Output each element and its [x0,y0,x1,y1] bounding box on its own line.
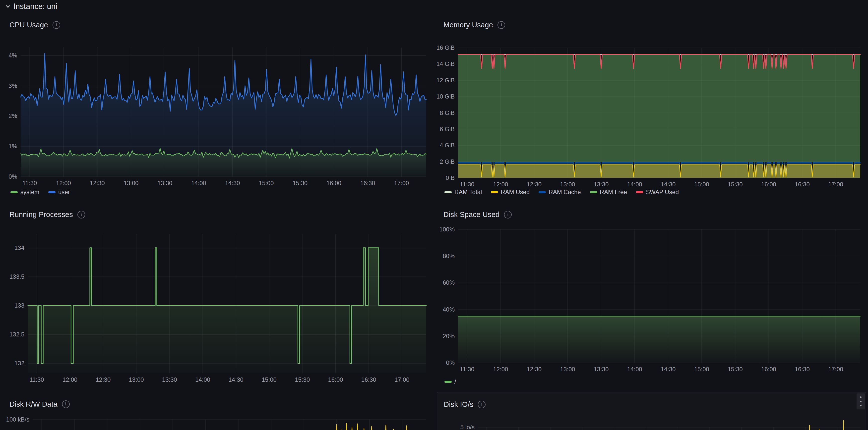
svg-text:12:00: 12:00 [493,181,508,188]
svg-text:12 GiB: 12 GiB [437,77,455,84]
disk-io-chart[interactable]: 11:3012:0012:3013:0013:3014:0014:3015:00… [437,392,866,430]
info-icon[interactable]: i [478,401,486,408]
legend-swatch [48,191,56,193]
svg-text:14:00: 14:00 [627,366,642,372]
svg-text:15:00: 15:00 [694,366,709,372]
legend-swatch [10,191,18,193]
svg-text:60%: 60% [443,279,455,286]
legend-item-system[interactable]: system [10,189,39,196]
info-icon[interactable]: i [62,400,70,408]
svg-text:132.5: 132.5 [9,331,24,338]
svg-text:13:00: 13:00 [129,376,144,383]
legend-swatch [444,191,452,193]
panel-title-disk-space-used[interactable]: Disk Space Used [443,210,499,219]
svg-text:4 GiB: 4 GiB [440,142,455,148]
legend-item-ram-total[interactable]: RAM Total [444,189,482,196]
panel-title-running-processes[interactable]: Running Processes [9,210,73,219]
svg-text:13:00: 13:00 [124,180,138,187]
panel-title-disk-io[interactable]: Disk IO/s [444,400,473,408]
svg-text:16:30: 16:30 [361,376,376,383]
legend-item-swap-used[interactable]: SWAP Used [636,189,679,196]
legend-item-ram-used[interactable]: RAM Used [491,189,530,196]
svg-text:0%: 0% [8,173,17,180]
svg-text:12:30: 12:30 [527,181,541,188]
cpu-legend: systemuser [3,188,433,197]
svg-text:15:30: 15:30 [295,376,310,383]
info-icon[interactable]: i [504,211,512,219]
svg-text:133.5: 133.5 [9,273,24,280]
svg-text:3%: 3% [8,82,17,89]
svg-text:6 GiB: 6 GiB [440,126,455,132]
legend-item-ram-cache[interactable]: RAM Cache [538,189,581,196]
svg-text:14:30: 14:30 [225,180,240,187]
row-title: Instance: uni [13,2,57,11]
panel-title-cpu-usage[interactable]: CPU Usage [9,21,48,29]
svg-text:16:30: 16:30 [360,180,375,187]
running-processes-chart[interactable]: 11:3012:0012:3013:0013:3014:0014:3015:00… [3,203,433,390]
legend-label: RAM Cache [549,189,581,196]
legend-item-ram-free[interactable]: RAM Free [590,189,627,196]
memory-usage-chart[interactable]: 11:3012:0012:3013:0013:3014:0014:3015:00… [437,13,867,201]
disk-rw-data-chart[interactable]: 11:3012:0012:3013:0013:3014:0014:3015:00… [3,392,433,430]
svg-text:134: 134 [14,244,24,251]
dashboard: Instance: uni CPU Usage i 11:3012:0012:3… [0,0,868,430]
svg-text:12:30: 12:30 [96,376,111,383]
legend-label: user [58,189,70,196]
legend-swatch [491,191,498,193]
panel-title-memory-usage[interactable]: Memory Usage [443,21,493,29]
svg-text:15:30: 15:30 [292,180,308,187]
svg-text:14:00: 14:00 [627,181,642,188]
svg-text:13:30: 13:30 [594,366,609,372]
svg-text:16:30: 16:30 [795,366,810,372]
svg-text:10 GiB: 10 GiB [437,93,455,100]
chevron-down-icon [5,3,11,9]
svg-text:12:00: 12:00 [56,180,71,187]
panel-menu-kebab-icon[interactable] [857,393,865,409]
svg-text:16 GiB: 16 GiB [437,44,455,51]
panel-disk-io: Disk IO/s i 11:3012:0012:3013:0013:3014:… [437,392,866,430]
svg-text:15:00: 15:00 [262,376,277,383]
svg-text:13:00: 13:00 [560,366,575,372]
svg-text:14:30: 14:30 [660,181,676,188]
panel-disk-space-used: Disk Space Used i 11:3012:0012:3013:0013… [437,203,867,390]
svg-text:17:00: 17:00 [828,366,843,372]
svg-text:12:30: 12:30 [527,366,541,372]
svg-text:11:30: 11:30 [460,366,474,372]
svg-text:16:00: 16:00 [327,180,341,187]
info-icon[interactable]: i [497,21,505,29]
info-icon[interactable]: i [53,21,60,29]
svg-text:132: 132 [14,360,24,367]
legend-label: RAM Used [501,189,530,196]
panel-title-disk-rw-data[interactable]: Disk R/W Data [9,400,58,408]
row-header-instance[interactable]: Instance: uni [5,2,57,11]
svg-text:2 GiB: 2 GiB [440,158,455,165]
panel-memory-usage: Memory Usage i 11:3012:0012:3013:0013:30… [437,13,867,201]
cpu-usage-chart[interactable]: 11:3012:0012:3013:0013:3014:0014:3015:00… [3,13,433,201]
svg-text:17:00: 17:00 [394,180,409,187]
svg-text:13:30: 13:30 [157,180,172,187]
legend-label: SWAP Used [646,189,679,196]
legend-item-user[interactable]: user [48,189,70,196]
svg-text:14:00: 14:00 [191,180,206,187]
legend-swatch [636,191,643,193]
svg-text:0%: 0% [446,359,455,366]
disk-space-used-chart[interactable]: 11:3012:0012:3013:0013:3014:0014:3015:00… [437,203,867,390]
legend-swatch [538,191,546,193]
svg-text:16:00: 16:00 [761,366,776,372]
svg-text:14:30: 14:30 [660,366,676,372]
svg-text:12:00: 12:00 [493,366,508,372]
svg-text:80%: 80% [443,253,455,259]
memory-legend: RAM TotalRAM UsedRAM CacheRAM FreeSWAP U… [437,188,867,197]
info-icon[interactable]: i [78,211,85,219]
svg-text:4%: 4% [8,52,17,59]
legend-item--[interactable]: / [444,378,456,385]
svg-text:14:30: 14:30 [228,376,244,383]
svg-text:12:30: 12:30 [90,180,105,187]
svg-text:11:30: 11:30 [23,180,37,187]
svg-text:2%: 2% [8,112,17,119]
svg-text:15:00: 15:00 [694,181,709,188]
svg-text:14 GiB: 14 GiB [437,61,455,67]
svg-text:12:00: 12:00 [62,376,78,383]
svg-text:16:00: 16:00 [328,376,343,383]
svg-text:15:00: 15:00 [259,180,274,187]
